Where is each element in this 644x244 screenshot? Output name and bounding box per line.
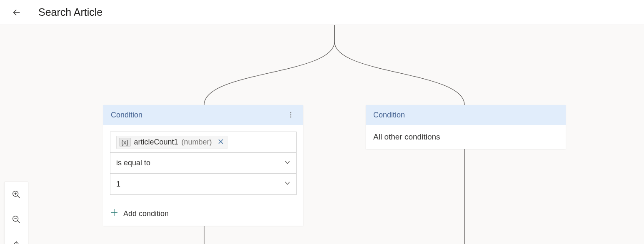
canvas[interactable]: Condition {x} articleCount1 (number)	[0, 25, 644, 244]
variable-icon: {x}	[119, 138, 131, 147]
node-title: Condition	[111, 111, 142, 120]
node-title: Condition	[373, 111, 405, 120]
zoom-out-icon	[12, 215, 21, 224]
node-header: Condition	[103, 105, 303, 125]
variable-row[interactable]: {x} articleCount1 (number)	[110, 132, 296, 153]
svg-point-4	[290, 115, 292, 116]
back-button[interactable]	[10, 6, 23, 19]
svg-point-5	[290, 117, 292, 118]
svg-line-15	[17, 221, 20, 223]
arrow-left-icon	[12, 8, 21, 17]
svg-point-3	[290, 112, 292, 114]
target-icon	[12, 240, 20, 244]
condition-node[interactable]: Condition {x} articleCount1 (number)	[103, 105, 303, 226]
chevron-down-icon	[285, 180, 290, 188]
close-icon	[218, 139, 224, 144]
more-button[interactable]	[286, 110, 296, 120]
header: Search Article	[0, 0, 644, 25]
variable-name: articleCount1	[134, 138, 178, 147]
operator-row[interactable]: is equal to	[110, 153, 296, 174]
remove-variable-button[interactable]	[217, 138, 225, 147]
condition-block: {x} articleCount1 (number) is equal to	[110, 132, 297, 195]
operator-label: is equal to	[116, 159, 150, 167]
more-vertical-icon	[287, 112, 294, 118]
plus-icon	[110, 208, 118, 219]
node-header: Condition	[366, 105, 566, 125]
add-condition-button[interactable]: Add condition	[103, 202, 303, 226]
zoom-out-button[interactable]	[4, 207, 28, 232]
chevron-down-icon	[285, 159, 290, 167]
variable-type: (number)	[182, 138, 212, 147]
svg-line-11	[17, 196, 20, 198]
zoom-in-icon	[12, 190, 21, 199]
zoom-panel	[4, 182, 28, 244]
value-label: 1	[116, 180, 120, 189]
add-condition-label: Add condition	[123, 209, 169, 218]
value-row[interactable]: 1	[110, 174, 296, 194]
variable-chip: {x} articleCount1 (number)	[116, 136, 227, 149]
else-body: All other conditions	[366, 125, 566, 149]
condition-node-else[interactable]: Condition All other conditions	[366, 105, 566, 149]
fit-screen-button[interactable]	[4, 232, 28, 244]
page-title: Search Article	[38, 6, 102, 18]
zoom-in-button[interactable]	[4, 182, 28, 207]
